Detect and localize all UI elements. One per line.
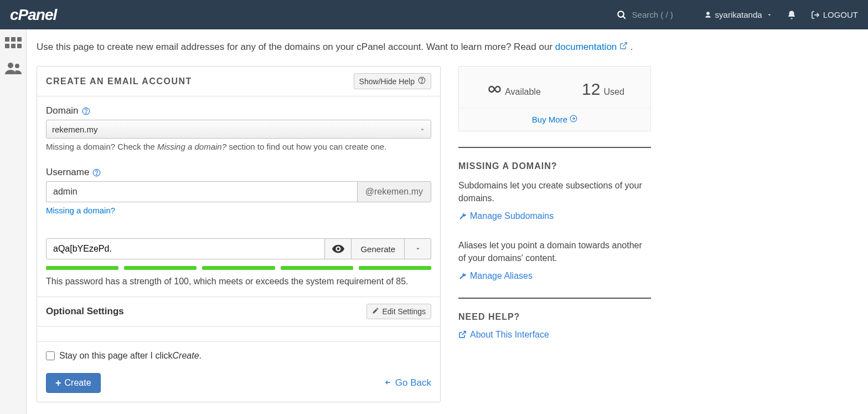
documentation-link[interactable]: documentation [555,42,617,52]
go-back-link[interactable]: Go Back [384,377,431,389]
manage-subdomains-link[interactable]: Manage Subdomains [458,211,554,221]
search-input[interactable] [632,10,693,19]
generate-password-button[interactable]: Generate [352,238,405,259]
need-help-title: NEED HELP? [458,312,651,322]
domain-selected-value: rekemen.my [52,125,98,134]
pencil-icon [372,307,379,316]
used-value: 12 [582,80,600,99]
external-link-icon [458,330,467,339]
domain-help-icon[interactable] [82,107,90,115]
chevron-down-icon [420,125,425,134]
domain-select[interactable]: rekemen.my [46,120,431,139]
password-input[interactable] [46,238,325,259]
svg-line-22 [462,331,466,335]
missing-domain-title: MISSING A DOMAIN? [458,161,651,171]
missing-domain-text-2: Aliases let you point a domain towards a… [458,239,651,264]
question-icon [418,76,426,86]
username-label: Username [46,167,89,178]
wrench-icon [458,272,467,280]
optional-settings-title: Optional Settings [46,306,124,317]
arrow-left-icon [384,377,395,388]
username-help-icon[interactable] [92,168,101,177]
stay-on-page-checkbox[interactable] [46,351,55,360]
available-label: Available [505,87,541,97]
used-label: Used [603,87,624,97]
plus-icon: + [55,378,61,388]
about-interface-link[interactable]: About This Interface [458,330,549,340]
user-icon [704,11,712,19]
svg-point-10 [15,64,19,68]
password-strength-meter [46,266,431,270]
buy-more-link[interactable]: Buy More [532,115,577,124]
domain-missing-help: Missing a domain? Check the Missing a do… [46,142,431,151]
external-link-icon [619,42,631,52]
show-hide-help-button[interactable]: Show/Hide Help [354,73,431,89]
stay-on-page-label[interactable]: Stay on this page after I click Create. [46,351,202,361]
user-name: syarikatanda [715,10,762,19]
create-button[interactable]: + Create [46,373,101,393]
svg-point-18 [337,248,340,251]
svg-rect-3 [5,37,9,42]
sidebar-home-icon[interactable] [5,37,22,52]
intro-text: Use this page to create new email addres… [37,42,858,53]
edit-settings-button[interactable]: Edit Settings [366,304,431,319]
logout-label: LOGOUT [823,10,858,19]
missing-domain-link[interactable]: Missing a domain? [46,206,115,215]
user-menu-button[interactable]: syarikatanda [704,10,776,19]
notifications-button[interactable] [787,10,800,20]
domain-label: Domain [46,105,79,116]
svg-point-0 [618,11,624,17]
username-input[interactable] [46,181,357,202]
username-domain-suffix: @rekemen.my [357,181,431,202]
panel-title: CREATE AN EMAIL ACCOUNT [46,76,192,86]
svg-line-11 [623,43,627,47]
svg-point-9 [8,63,13,68]
cpanel-logo[interactable]: cPanel [10,6,56,24]
svg-point-13 [421,82,422,83]
svg-point-17 [96,174,97,175]
toggle-password-visibility-button[interactable] [325,238,352,259]
search-icon[interactable] [617,10,627,20]
svg-point-15 [85,113,86,113]
missing-domain-text-1: Subdomains let you create subsections of… [458,179,651,205]
svg-rect-6 [5,44,9,48]
chevron-down-icon [767,12,772,18]
bell-icon [787,10,797,20]
svg-rect-8 [17,44,22,48]
svg-rect-5 [17,37,22,42]
svg-rect-7 [11,44,16,48]
sidebar-users-icon[interactable] [4,62,22,76]
infinity-icon [485,80,502,99]
password-strength-text: This password has a strength of 100, whi… [46,277,431,287]
wrench-icon [458,212,467,221]
logout-icon [811,11,820,19]
svg-rect-4 [11,37,16,42]
generate-password-options-button[interactable] [405,238,431,259]
email-usage-stats: Available 12 Used Buy More [458,66,651,131]
arrow-right-circle-icon [570,115,577,124]
logout-button[interactable]: LOGOUT [811,10,858,19]
svg-line-1 [623,16,625,18]
manage-aliases-link[interactable]: Manage Aliases [458,271,533,281]
